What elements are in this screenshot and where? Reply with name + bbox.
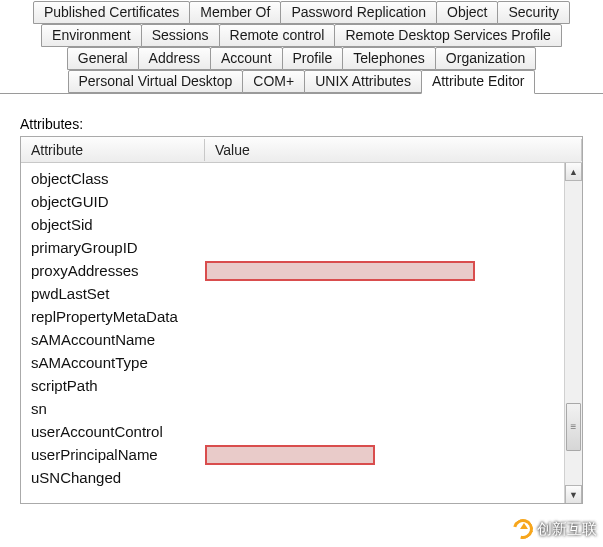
attr-cell: objectSid bbox=[31, 216, 205, 233]
column-header-value[interactable]: Value bbox=[205, 139, 582, 161]
tab-sessions[interactable]: Sessions bbox=[141, 24, 220, 47]
tab-attribute-editor[interactable]: Attribute Editor bbox=[421, 70, 536, 94]
attr-cell: sn bbox=[31, 400, 205, 417]
table-row[interactable]: objectClass bbox=[31, 167, 582, 190]
value-cell bbox=[205, 261, 582, 281]
value-cell bbox=[205, 284, 582, 304]
tab-profile[interactable]: Profile bbox=[282, 47, 344, 70]
tab-published-certificates[interactable]: Published Certificates bbox=[33, 1, 190, 24]
scroll-up-button[interactable]: ▲ bbox=[565, 163, 582, 181]
table-row[interactable]: scriptPath bbox=[31, 374, 582, 397]
tab-remote-desktop-services-profile[interactable]: Remote Desktop Services Profile bbox=[334, 24, 561, 47]
table-row[interactable]: replPropertyMetaData bbox=[31, 305, 582, 328]
attr-cell: replPropertyMetaData bbox=[31, 308, 205, 325]
watermark: 创新互联 bbox=[513, 519, 597, 539]
attr-cell: proxyAddresses bbox=[31, 262, 205, 279]
value-cell bbox=[205, 468, 582, 488]
tab-unix-attributes[interactable]: UNIX Attributes bbox=[304, 70, 422, 93]
tab-row-0: Published Certificates Member Of Passwor… bbox=[0, 1, 603, 24]
tab-member-of[interactable]: Member Of bbox=[189, 1, 281, 24]
table-row[interactable]: sAMAccountType bbox=[31, 351, 582, 374]
tab-object[interactable]: Object bbox=[436, 1, 498, 24]
redacted-value bbox=[205, 261, 475, 281]
attr-cell: userPrincipalName bbox=[31, 446, 205, 463]
redacted-value bbox=[205, 445, 375, 465]
attr-cell: sAMAccountType bbox=[31, 354, 205, 371]
tab-environment[interactable]: Environment bbox=[41, 24, 142, 47]
attr-cell: userAccountControl bbox=[31, 423, 205, 440]
tab-row-1: Environment Sessions Remote control Remo… bbox=[0, 24, 603, 47]
attr-cell: uSNChanged bbox=[31, 469, 205, 486]
value-cell bbox=[205, 353, 582, 373]
tab-general[interactable]: General bbox=[67, 47, 139, 70]
table-row[interactable]: pwdLastSet bbox=[31, 282, 582, 305]
tab-address[interactable]: Address bbox=[138, 47, 211, 70]
scroll-thumb[interactable] bbox=[566, 403, 581, 451]
tab-personal-virtual-desktop[interactable]: Personal Virtual Desktop bbox=[68, 70, 244, 93]
table-row[interactable]: primaryGroupID bbox=[31, 236, 582, 259]
content-area: Attributes: Attribute Value objectClasso… bbox=[0, 94, 603, 504]
table-row[interactable]: uSNChanged bbox=[31, 466, 582, 489]
tab-remote-control[interactable]: Remote control bbox=[219, 24, 336, 47]
table-row[interactable]: sAMAccountName bbox=[31, 328, 582, 351]
table-row[interactable]: sn bbox=[31, 397, 582, 420]
watermark-text: 创新互联 bbox=[537, 520, 597, 539]
attr-cell: primaryGroupID bbox=[31, 239, 205, 256]
tab-row-2: General Address Account Profile Telephon… bbox=[0, 47, 603, 70]
attr-cell: scriptPath bbox=[31, 377, 205, 394]
table-row[interactable]: objectSid bbox=[31, 213, 582, 236]
vertical-scrollbar[interactable]: ▲ ▼ bbox=[564, 163, 582, 503]
scroll-down-button[interactable]: ▼ bbox=[565, 485, 582, 503]
value-cell bbox=[205, 330, 582, 350]
value-cell bbox=[205, 376, 582, 396]
tab-password-replication[interactable]: Password Replication bbox=[280, 1, 437, 24]
list-body: objectClassobjectGUIDobjectSidprimaryGro… bbox=[21, 163, 582, 503]
table-row[interactable]: proxyAddresses bbox=[31, 259, 582, 282]
value-cell bbox=[205, 169, 582, 189]
value-cell bbox=[205, 399, 582, 419]
attr-cell: sAMAccountName bbox=[31, 331, 205, 348]
value-cell bbox=[205, 215, 582, 235]
list-header: Attribute Value bbox=[21, 137, 582, 163]
attributes-label: Attributes: bbox=[20, 116, 583, 132]
column-header-attribute[interactable]: Attribute bbox=[21, 139, 205, 161]
tab-bar: Published Certificates Member Of Passwor… bbox=[0, 0, 603, 94]
tab-organization[interactable]: Organization bbox=[435, 47, 536, 70]
attributes-list: Attribute Value objectClassobjectGUIDobj… bbox=[20, 136, 583, 504]
tab-row-3: Personal Virtual Desktop COM+ UNIX Attri… bbox=[0, 70, 603, 94]
tab-account[interactable]: Account bbox=[210, 47, 283, 70]
value-cell bbox=[205, 307, 582, 327]
value-cell bbox=[205, 422, 582, 442]
tab-com-plus[interactable]: COM+ bbox=[242, 70, 305, 93]
table-row[interactable]: userAccountControl bbox=[31, 420, 582, 443]
tab-security[interactable]: Security bbox=[497, 1, 570, 24]
tab-telephones[interactable]: Telephones bbox=[342, 47, 436, 70]
watermark-icon bbox=[513, 519, 533, 539]
table-row[interactable]: objectGUID bbox=[31, 190, 582, 213]
table-row[interactable]: userPrincipalName bbox=[31, 443, 582, 466]
attr-cell: objectClass bbox=[31, 170, 205, 187]
attr-cell: pwdLastSet bbox=[31, 285, 205, 302]
attr-cell: objectGUID bbox=[31, 193, 205, 210]
value-cell bbox=[205, 192, 582, 212]
value-cell bbox=[205, 445, 582, 465]
value-cell bbox=[205, 238, 582, 258]
